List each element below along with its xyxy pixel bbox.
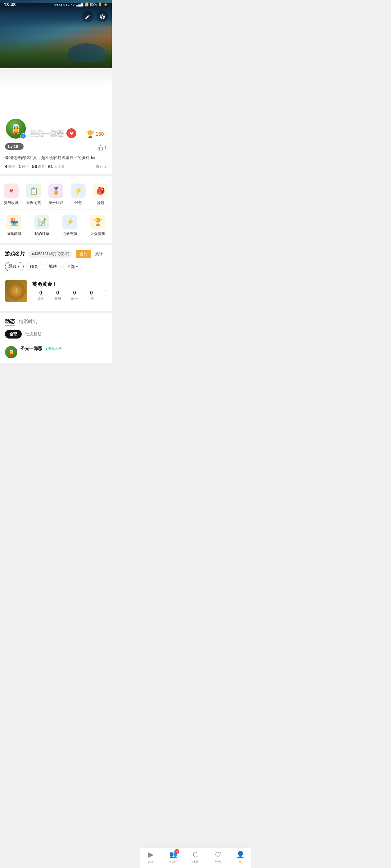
menu-icon-likes-favorites: ♥ — [4, 184, 19, 198]
mode-tab-地铁[interactable]: 地铁 — [45, 262, 61, 271]
menu-label-points-recharge: 点券充值 — [62, 231, 77, 237]
menu-label-wallet: 钱包 — [75, 200, 82, 206]
reads-label: 阅读量 — [54, 164, 65, 169]
menu-icon-identity: 🏅 — [48, 184, 63, 198]
menu-label-recent-browse: 最近浏览 — [26, 200, 41, 206]
settings-button[interactable] — [97, 11, 108, 22]
menu-item-likes-favorites[interactable]: ♥ 赞与收藏 — [0, 181, 22, 209]
network-type: 5G HD — [66, 3, 75, 6]
top-actions — [82, 11, 108, 22]
visitors-count: 53 — [32, 164, 37, 169]
post-online-status: ● 营地在线 — [45, 347, 62, 351]
rank-card[interactable]: 英勇黄金 I 0 场次 0 胜场 0 前十 0 K/D › — [5, 276, 107, 306]
level-badge[interactable]: Lv.18 › — [5, 143, 24, 150]
filter-all[interactable]: 全部 — [5, 330, 22, 339]
wifi-icon: 📶 — [84, 2, 89, 6]
battery-level: 50% — [90, 3, 97, 6]
chevron-down-icon: ▼ — [17, 265, 20, 268]
visitors-stat[interactable]: 53 访客 — [32, 164, 45, 169]
post-user-info: 圣光一邪恶 ● 营地在线 — [21, 346, 107, 351]
expand-chevron: ∨ — [104, 164, 107, 168]
dynamic-header: 动态 精彩时刻 — [5, 318, 107, 325]
menu-item-backpack[interactable]: 🎒 背包 — [89, 181, 112, 209]
rank-chevron: › — [105, 288, 107, 294]
following-count: 4 — [5, 164, 7, 169]
followers-count: 1 — [19, 164, 21, 169]
post-preview[interactable]: 🧝 圣光一邪恶 ● 营地在线 — [5, 343, 107, 359]
menu-label-events: 大众赛事 — [90, 231, 105, 237]
period-tab-累计[interactable]: 累计 — [91, 250, 107, 258]
level-text: Lv.18 — [8, 144, 18, 149]
menu-row2: 🏪 游戏商城 📝 我的订单 ⚡ 点券充值 🏆 大众赛事 — [0, 209, 112, 240]
menu-icon-events: 🏆 — [90, 215, 105, 229]
avatar[interactable]: 🧝 ♂ — [5, 118, 27, 140]
chevron-down-icon: ▼ — [76, 265, 79, 268]
menu-icon-game-shop: 🏪 — [6, 215, 21, 229]
filter-album[interactable]: 动态相册 — [25, 331, 41, 337]
network-speed: 703 KB/s — [53, 3, 65, 6]
game-id-badge[interactable]: .u445818146(手Q安卓) — [28, 250, 72, 258]
menu-item-my-orders[interactable]: 📝 我的订单 — [28, 212, 56, 240]
menu-item-identity[interactable]: 🏅 身份认证 — [45, 181, 67, 209]
menu-item-game-shop[interactable]: 🏪 游戏商城 — [0, 212, 28, 240]
rank-stats: 0 场次 0 胜场 0 前十 0 K/D — [32, 290, 100, 301]
filter-row: 全部 动态相册 — [5, 330, 107, 339]
menu-label-my-orders: 我的订单 — [34, 231, 49, 237]
menu-label-game-shop: 游戏商城 — [6, 231, 21, 237]
stats-row: 4 关注 1 粉丝 53 访客 61 阅读量 展开 ∨ — [5, 164, 107, 169]
menu-item-recent-browse[interactable]: 📋 最近浏览 — [22, 181, 45, 209]
visitors-label: 访客 — [37, 164, 45, 169]
mode-tab-团竞[interactable]: 团竞 — [26, 262, 42, 271]
tab-highlights[interactable]: 精彩时刻 — [19, 319, 37, 324]
menu-icon-backpack: 🎒 — [93, 184, 108, 198]
level-chevron: › — [19, 145, 20, 148]
menu-row1: ♥ 赞与收藏 📋 最近浏览 🏅 身份认证 ⚡ 钱包 🎒 背包 — [0, 181, 112, 209]
profile-name: 圣光一邪恶 — [30, 129, 64, 138]
post-username: 圣光一邪恶 — [21, 346, 42, 351]
menu-icon-recent-browse: 📋 — [26, 184, 41, 198]
status-time: 18:48 — [4, 2, 16, 7]
rank-stat-胜场: 0 胜场 — [49, 290, 66, 301]
menu-icon-my-orders: 📝 — [34, 215, 49, 229]
like-button[interactable]: 1 — [98, 145, 107, 151]
heart-icon: ❤ — [66, 128, 76, 138]
menu-item-events[interactable]: 🏆 大众赛事 — [84, 212, 112, 240]
status-icons: 703 KB/s 5G HD ▂▄▆ 📶 50% 🔋 ⚡ — [53, 2, 108, 6]
game-card-section: 游戏名片 .u445818146(手Q安卓) 当前累计 经典▼团竞地铁全部▼ — [0, 245, 112, 311]
followers-stat[interactable]: 1 粉丝 — [19, 164, 29, 169]
expand-label: 展开 — [96, 164, 103, 169]
period-tabs: 当前累计 — [76, 250, 107, 258]
expand-button[interactable]: 展开 ∨ — [96, 164, 107, 169]
followers-label: 粉丝 — [22, 164, 29, 169]
bio-text: 像我这样的特种兵，是不会轻易透露自己的资料der — [5, 155, 107, 161]
menu-item-wallet[interactable]: ⚡ 钱包 — [67, 181, 89, 209]
trophy-score: 150 — [95, 131, 104, 137]
period-tab-当前[interactable]: 当前 — [76, 250, 91, 258]
following-stat[interactable]: 4 关注 — [5, 164, 16, 169]
gender-badge: ♂ — [21, 133, 26, 139]
tab-dynamic[interactable]: 动态 — [5, 318, 15, 325]
hero-banner: 18:48 703 KB/s 5G HD ▂▄▆ 📶 50% 🔋 ⚡ — [0, 0, 112, 68]
post-avatar: 🧝 — [5, 346, 18, 359]
reads-stat[interactable]: 61 阅读量 — [48, 164, 65, 169]
edit-button[interactable] — [82, 11, 93, 22]
status-bar: 18:48 703 KB/s 5G HD ▂▄▆ 📶 50% 🔋 ⚡ — [0, 0, 112, 9]
menu-label-backpack: 背包 — [97, 200, 104, 206]
game-card-title: 游戏名片 — [5, 251, 25, 257]
rank-stat-K/D: 0 K/D — [83, 290, 100, 301]
profile-details: Lv.18 › 1 像我这样的特种兵，是不会轻易透露自己的资料der 4 关注 … — [0, 140, 112, 174]
rank-name: 英勇黄金 I — [32, 281, 100, 288]
menu-item-points-recharge[interactable]: ⚡ 点券充值 — [56, 212, 84, 240]
mode-tab-全部[interactable]: 全部▼ — [63, 262, 82, 271]
mode-tab-经典[interactable]: 经典▼ — [5, 262, 24, 271]
trophy-icon: 🏆 — [86, 130, 94, 138]
menu-label-identity: 身份认证 — [48, 200, 63, 206]
rank-emblem — [5, 280, 27, 302]
trophy-chevron: › — [105, 131, 107, 137]
menu-icon-wallet: ⚡ — [71, 184, 86, 198]
rank-stat-场次: 0 场次 — [32, 290, 49, 301]
mode-tabs: 经典▼团竞地铁全部▼ — [5, 262, 107, 271]
battery-icon: 🔋 — [98, 2, 103, 6]
flash-icon: ⚡ — [104, 2, 108, 6]
like-count: 1 — [105, 145, 107, 150]
